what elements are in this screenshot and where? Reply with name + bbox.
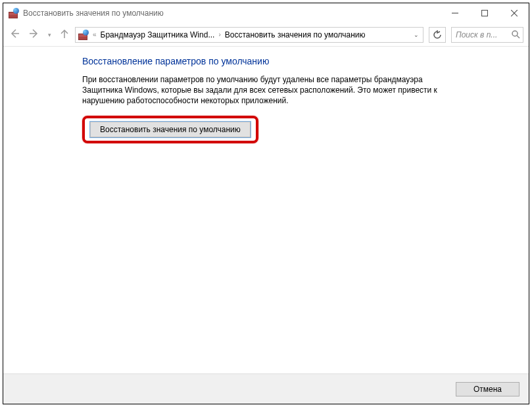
close-button[interactable] [499, 3, 529, 23]
breadcrumb-dropdown[interactable]: ⌄ [414, 32, 419, 38]
window-title: Восстановить значения по умолчанию [23, 9, 440, 18]
minimize-button[interactable] [440, 3, 470, 23]
search-icon [512, 30, 520, 39]
chevron-right-icon: › [218, 31, 220, 38]
refresh-button[interactable] [429, 27, 446, 43]
svg-point-7 [512, 31, 518, 36]
maximize-button[interactable] [470, 3, 499, 23]
search-input[interactable] [454, 30, 509, 40]
highlight-annotation: Восстановить значения по умолчанию [82, 116, 258, 143]
breadcrumb-item-restore[interactable]: Восстановить значения по умолчанию [225, 30, 366, 39]
firewall-icon [9, 8, 19, 18]
footer: Отмена [3, 373, 529, 404]
breadcrumb[interactable]: « Брандмауэр Защитника Wind... › Восстан… [75, 27, 423, 43]
nav-forward-button[interactable] [28, 28, 40, 41]
page-heading: Восстановление параметров по умолчанию [82, 56, 502, 66]
nav-up-button[interactable] [59, 28, 70, 41]
svg-line-8 [517, 36, 520, 38]
breadcrumb-item-firewall[interactable]: Брандмауэр Защитника Wind... [101, 30, 215, 39]
firewall-icon [78, 30, 89, 40]
cancel-button[interactable]: Отмена [456, 382, 520, 396]
titlebar: Восстановить значения по умолчанию [3, 3, 529, 23]
search-box[interactable] [451, 27, 523, 43]
nav-recent-dropdown[interactable]: ▾ [48, 32, 51, 38]
content-area: Восстановление параметров по умолчанию П… [3, 47, 529, 373]
restore-defaults-button[interactable]: Восстановить значения по умолчанию [90, 122, 251, 137]
svg-rect-1 [481, 11, 487, 16]
page-description: При восстановлении параметров по умолчан… [82, 74, 450, 107]
nav-back-button[interactable] [9, 28, 20, 41]
chevron-left-icon: « [93, 31, 97, 38]
navbar: ▾ « Брандмауэр Защитника Wind... › Восст… [3, 23, 529, 47]
